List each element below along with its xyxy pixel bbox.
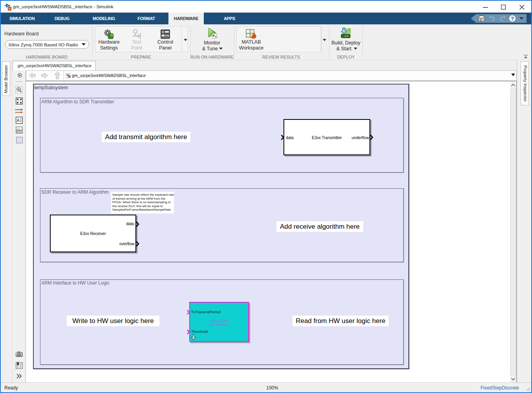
svg-text:A: A bbox=[17, 118, 20, 123]
svg-text:?: ? bbox=[511, 16, 514, 22]
